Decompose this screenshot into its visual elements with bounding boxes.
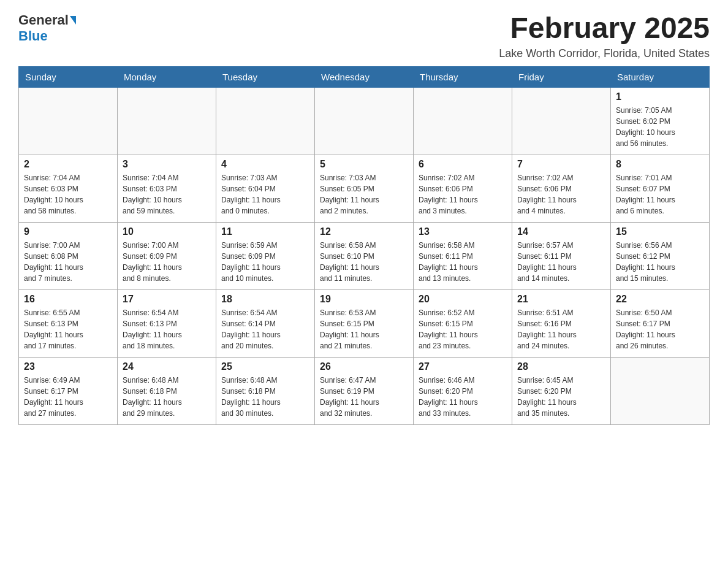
day-number: 2: [24, 159, 112, 170]
day-info: Sunrise: 6:54 AM Sunset: 6:14 PM Dayligh…: [221, 307, 309, 351]
calendar-cell: 2Sunrise: 7:04 AM Sunset: 6:03 PM Daylig…: [19, 155, 118, 222]
day-number: 5: [320, 159, 408, 170]
day-number: 1: [616, 91, 704, 102]
day-info: Sunrise: 6:48 AM Sunset: 6:18 PM Dayligh…: [221, 375, 309, 419]
calendar-cell: 25Sunrise: 6:48 AM Sunset: 6:18 PM Dayli…: [216, 357, 315, 424]
calendar-cell: 15Sunrise: 6:56 AM Sunset: 6:12 PM Dayli…: [611, 222, 710, 289]
day-number: 12: [320, 226, 408, 237]
calendar-cell: 18Sunrise: 6:54 AM Sunset: 6:14 PM Dayli…: [216, 289, 315, 357]
day-number: 23: [24, 361, 112, 372]
day-info: Sunrise: 6:46 AM Sunset: 6:20 PM Dayligh…: [419, 375, 507, 419]
calendar-cell: [512, 87, 611, 155]
calendar-cell: 19Sunrise: 6:53 AM Sunset: 6:15 PM Dayli…: [315, 289, 414, 357]
title-section: February 2025 Lake Worth Corridor, Flori…: [499, 12, 710, 60]
day-info: Sunrise: 7:05 AM Sunset: 6:02 PM Dayligh…: [616, 105, 704, 149]
calendar-cell: 8Sunrise: 7:01 AM Sunset: 6:07 PM Daylig…: [611, 155, 710, 222]
day-number: 10: [123, 226, 211, 237]
calendar-cell: 27Sunrise: 6:46 AM Sunset: 6:20 PM Dayli…: [414, 357, 512, 424]
column-header-friday: Friday: [512, 66, 611, 87]
calendar-cell: 6Sunrise: 7:02 AM Sunset: 6:06 PM Daylig…: [414, 155, 512, 222]
logo-blue-text: Blue: [18, 28, 48, 44]
calendar-cell: 28Sunrise: 6:45 AM Sunset: 6:20 PM Dayli…: [512, 357, 611, 424]
day-number: 20: [419, 294, 507, 305]
calendar-cell: 5Sunrise: 7:03 AM Sunset: 6:05 PM Daylig…: [315, 155, 414, 222]
day-number: 9: [24, 226, 112, 237]
calendar-cell: 4Sunrise: 7:03 AM Sunset: 6:04 PM Daylig…: [216, 155, 315, 222]
day-number: 11: [221, 226, 309, 237]
day-number: 8: [616, 159, 704, 170]
calendar-cell: 16Sunrise: 6:55 AM Sunset: 6:13 PM Dayli…: [19, 289, 118, 357]
day-number: 7: [517, 159, 605, 170]
calendar-cell: 9Sunrise: 7:00 AM Sunset: 6:08 PM Daylig…: [19, 222, 118, 289]
calendar-cell: 14Sunrise: 6:57 AM Sunset: 6:11 PM Dayli…: [512, 222, 611, 289]
column-header-thursday: Thursday: [414, 66, 512, 87]
day-number: 22: [616, 294, 704, 305]
day-info: Sunrise: 6:58 AM Sunset: 6:10 PM Dayligh…: [320, 240, 408, 284]
day-info: Sunrise: 6:50 AM Sunset: 6:17 PM Dayligh…: [616, 307, 704, 351]
day-number: 24: [123, 361, 211, 372]
calendar-cell: 21Sunrise: 6:51 AM Sunset: 6:16 PM Dayli…: [512, 289, 611, 357]
calendar-cell: [611, 357, 710, 424]
calendar-cell: [118, 87, 216, 155]
calendar-cell: 7Sunrise: 7:02 AM Sunset: 6:06 PM Daylig…: [512, 155, 611, 222]
day-info: Sunrise: 6:55 AM Sunset: 6:13 PM Dayligh…: [24, 307, 112, 351]
day-info: Sunrise: 6:53 AM Sunset: 6:15 PM Dayligh…: [320, 307, 408, 351]
day-number: 28: [517, 361, 605, 372]
day-number: 13: [419, 226, 507, 237]
day-info: Sunrise: 6:59 AM Sunset: 6:09 PM Dayligh…: [221, 240, 309, 284]
day-info: Sunrise: 7:04 AM Sunset: 6:03 PM Dayligh…: [123, 172, 211, 216]
calendar-cell: 11Sunrise: 6:59 AM Sunset: 6:09 PM Dayli…: [216, 222, 315, 289]
day-number: 6: [419, 159, 507, 170]
logo-general-text: General: [18, 12, 69, 28]
day-number: 17: [123, 294, 211, 305]
calendar-cell: [216, 87, 315, 155]
calendar-cell: 22Sunrise: 6:50 AM Sunset: 6:17 PM Dayli…: [611, 289, 710, 357]
week-row-3: 9Sunrise: 7:00 AM Sunset: 6:08 PM Daylig…: [19, 222, 710, 289]
logo: General Blue: [18, 12, 76, 44]
day-info: Sunrise: 6:57 AM Sunset: 6:11 PM Dayligh…: [517, 240, 605, 284]
calendar-cell: 20Sunrise: 6:52 AM Sunset: 6:15 PM Dayli…: [414, 289, 512, 357]
calendar-cell: 23Sunrise: 6:49 AM Sunset: 6:17 PM Dayli…: [19, 357, 118, 424]
calendar-cell: 13Sunrise: 6:58 AM Sunset: 6:11 PM Dayli…: [414, 222, 512, 289]
day-info: Sunrise: 6:47 AM Sunset: 6:19 PM Dayligh…: [320, 375, 408, 419]
day-info: Sunrise: 7:03 AM Sunset: 6:04 PM Dayligh…: [221, 172, 309, 216]
day-number: 18: [221, 294, 309, 305]
calendar-cell: 10Sunrise: 7:00 AM Sunset: 6:09 PM Dayli…: [118, 222, 216, 289]
day-number: 27: [419, 361, 507, 372]
day-info: Sunrise: 6:56 AM Sunset: 6:12 PM Dayligh…: [616, 240, 704, 284]
column-header-wednesday: Wednesday: [315, 66, 414, 87]
day-info: Sunrise: 7:01 AM Sunset: 6:07 PM Dayligh…: [616, 172, 704, 216]
column-header-monday: Monday: [118, 66, 216, 87]
week-row-2: 2Sunrise: 7:04 AM Sunset: 6:03 PM Daylig…: [19, 155, 710, 222]
day-info: Sunrise: 6:54 AM Sunset: 6:13 PM Dayligh…: [123, 307, 211, 351]
day-info: Sunrise: 7:02 AM Sunset: 6:06 PM Dayligh…: [419, 172, 507, 216]
calendar-cell: [19, 87, 118, 155]
day-info: Sunrise: 6:51 AM Sunset: 6:16 PM Dayligh…: [517, 307, 605, 351]
calendar-cell: 12Sunrise: 6:58 AM Sunset: 6:10 PM Dayli…: [315, 222, 414, 289]
calendar-cell: [414, 87, 512, 155]
column-header-saturday: Saturday: [611, 66, 710, 87]
column-header-tuesday: Tuesday: [216, 66, 315, 87]
calendar-cell: 3Sunrise: 7:04 AM Sunset: 6:03 PM Daylig…: [118, 155, 216, 222]
calendar-subtitle: Lake Worth Corridor, Florida, United Sta…: [499, 47, 710, 60]
day-number: 4: [221, 159, 309, 170]
day-number: 15: [616, 226, 704, 237]
week-row-4: 16Sunrise: 6:55 AM Sunset: 6:13 PM Dayli…: [19, 289, 710, 357]
logo-triangle-icon: [70, 16, 76, 25]
day-info: Sunrise: 7:00 AM Sunset: 6:09 PM Dayligh…: [123, 240, 211, 284]
week-row-1: 1Sunrise: 7:05 AM Sunset: 6:02 PM Daylig…: [19, 87, 710, 155]
day-number: 19: [320, 294, 408, 305]
day-info: Sunrise: 6:48 AM Sunset: 6:18 PM Dayligh…: [123, 375, 211, 419]
calendar-cell: 17Sunrise: 6:54 AM Sunset: 6:13 PM Dayli…: [118, 289, 216, 357]
day-number: 25: [221, 361, 309, 372]
column-header-sunday: Sunday: [19, 66, 118, 87]
calendar-cell: [315, 87, 414, 155]
day-info: Sunrise: 6:58 AM Sunset: 6:11 PM Dayligh…: [419, 240, 507, 284]
calendar-title: February 2025: [499, 12, 710, 45]
day-number: 3: [123, 159, 211, 170]
day-info: Sunrise: 7:00 AM Sunset: 6:08 PM Dayligh…: [24, 240, 112, 284]
calendar-table: SundayMondayTuesdayWednesdayThursdayFrid…: [18, 66, 710, 425]
day-info: Sunrise: 7:03 AM Sunset: 6:05 PM Dayligh…: [320, 172, 408, 216]
day-number: 21: [517, 294, 605, 305]
day-info: Sunrise: 7:02 AM Sunset: 6:06 PM Dayligh…: [517, 172, 605, 216]
